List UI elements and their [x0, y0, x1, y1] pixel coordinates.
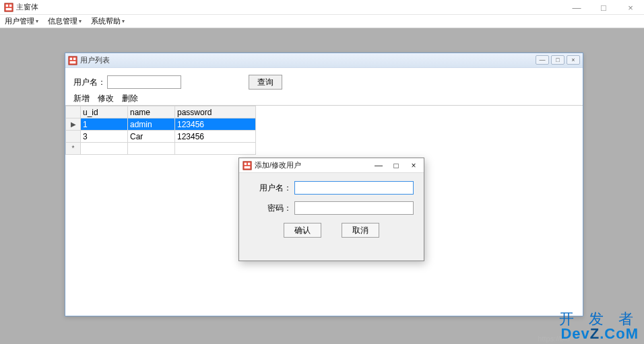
menu-label: 信息管理: [48, 16, 77, 26]
app-icon: [4, 3, 13, 12]
svg-rect-2: [9, 4, 12, 7]
child-close-button[interactable]: ×: [567, 55, 580, 65]
cell-uid[interactable]: [81, 143, 128, 155]
mdi-client-area: 用户列表 — □ × 用户名： 查询 新增 修改 删除 u_id name pa…: [0, 28, 644, 344]
action-bar: 新增 修改 删除: [65, 92, 583, 106]
dropdown-icon: ▾: [36, 18, 38, 24]
svg-rect-10: [248, 162, 251, 165]
user-list-titlebar[interactable]: 用户列表 — □ ×: [65, 53, 583, 68]
cell-name[interactable]: Car: [128, 131, 175, 143]
form-icon: [68, 56, 77, 65]
row-indicator: [66, 131, 81, 143]
watermark-url: https://blo: [538, 335, 570, 343]
svg-rect-1: [6, 4, 9, 7]
table-row[interactable]: ▶ 1 admin 123456: [66, 118, 256, 131]
dialog-maximize-button[interactable]: □: [387, 160, 405, 172]
grid-header-row: u_id name password: [66, 106, 256, 118]
col-header-password[interactable]: password: [175, 106, 256, 118]
cancel-button[interactable]: 取消: [342, 223, 379, 238]
menu-system-help[interactable]: 系统帮助 ▾: [88, 15, 127, 28]
row-indicator-current: ▶: [66, 118, 81, 131]
dialog-title: 添加/修改用户: [255, 160, 301, 170]
username-input[interactable]: [294, 181, 414, 195]
child-minimize-button[interactable]: —: [536, 55, 549, 65]
cell-uid[interactable]: 3: [81, 131, 128, 143]
form-row-username: 用户名：: [247, 181, 416, 195]
child-window-controls: — □ ×: [536, 55, 580, 65]
cell-name[interactable]: [128, 143, 175, 155]
minimize-button[interactable]: —: [563, 0, 590, 15]
menu-label: 用户管理: [5, 16, 34, 26]
menu-label: 系统帮助: [91, 16, 121, 26]
table-row[interactable]: 3 Car 123456: [66, 131, 256, 143]
password-input[interactable]: [294, 201, 414, 215]
table-row-new[interactable]: *: [66, 143, 256, 155]
action-add[interactable]: 新增: [69, 92, 94, 105]
action-edit[interactable]: 修改: [94, 92, 118, 105]
row-indicator-new: *: [66, 143, 81, 155]
menu-info-mgmt[interactable]: 信息管理 ▾: [45, 15, 84, 28]
dropdown-icon: ▾: [79, 18, 82, 24]
svg-rect-7: [70, 61, 76, 63]
action-delete[interactable]: 删除: [118, 92, 142, 105]
ok-button[interactable]: 确认: [284, 223, 321, 238]
cell-name[interactable]: admin: [128, 118, 175, 131]
dropdown-icon: ▾: [122, 18, 125, 24]
maximize-button[interactable]: □: [590, 0, 617, 15]
main-window-title: 主窗体: [16, 2, 38, 12]
dialog-minimize-button[interactable]: —: [370, 160, 387, 172]
form-row-password: 密码：: [247, 201, 416, 215]
dialog-body: 用户名： 密码： 确认 取消: [239, 173, 424, 243]
form-icon: [243, 161, 252, 170]
svg-rect-6: [73, 57, 76, 60]
main-titlebar: 主窗体 — □ ×: [0, 0, 644, 15]
dialog-close-button[interactable]: ×: [405, 160, 422, 172]
close-button[interactable]: ×: [617, 0, 644, 15]
add-edit-user-dialog: 添加/修改用户 — □ × 用户名： 密码： 确认 取消: [238, 158, 424, 261]
svg-rect-5: [70, 57, 73, 60]
watermark-en: DevZ.CoM: [559, 326, 639, 341]
main-window-controls: — □ ×: [563, 0, 644, 15]
filter-username-input[interactable]: [107, 75, 181, 89]
dialog-controls: — □ ×: [370, 160, 422, 172]
menubar: 用户管理 ▾ 信息管理 ▾ 系统帮助 ▾: [0, 15, 644, 28]
cell-password[interactable]: 123456: [175, 118, 256, 131]
svg-rect-3: [6, 7, 12, 10]
user-datagrid[interactable]: u_id name password ▶ 1 admin 123456 3 Ca…: [65, 106, 256, 155]
password-label: 密码：: [247, 203, 294, 214]
svg-rect-9: [245, 162, 247, 165]
menu-user-mgmt[interactable]: 用户管理 ▾: [2, 15, 41, 28]
col-header-name[interactable]: name: [128, 106, 175, 118]
cell-password[interactable]: [175, 143, 256, 155]
dialog-buttons: 确认 取消: [247, 223, 416, 238]
cell-password[interactable]: 123456: [175, 131, 256, 143]
filter-username-label: 用户名：: [73, 77, 106, 88]
filter-row: 用户名： 查询: [65, 72, 583, 92]
username-label: 用户名：: [247, 182, 294, 194]
query-button[interactable]: 查询: [249, 75, 282, 90]
grid-rowheader-blank: [66, 106, 81, 118]
col-header-uid[interactable]: u_id: [81, 106, 128, 118]
user-list-title: 用户列表: [80, 55, 110, 65]
cell-uid[interactable]: 1: [81, 118, 128, 131]
svg-rect-11: [245, 166, 251, 168]
child-maximize-button[interactable]: □: [551, 55, 565, 65]
dialog-titlebar[interactable]: 添加/修改用户 — □ ×: [239, 158, 424, 173]
